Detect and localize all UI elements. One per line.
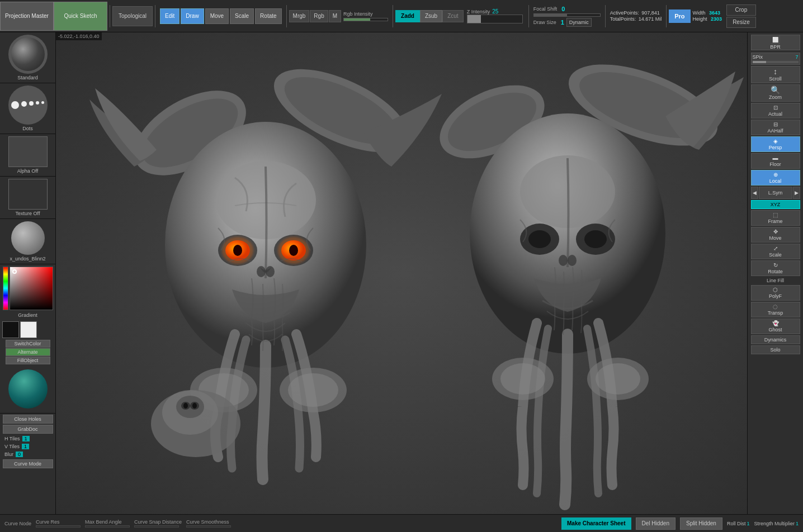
- xyz-button[interactable]: XYZ: [751, 200, 800, 209]
- curve-smooth-slider[interactable]: [186, 525, 231, 528]
- del-hidden-button[interactable]: Del Hidden: [636, 517, 676, 530]
- sidebar-item-dots[interactable]: Dots: [0, 83, 55, 134]
- move-button[interactable]: Move: [205, 8, 229, 24]
- make-character-sheet-button[interactable]: Make Character Sheet: [561, 517, 631, 530]
- zoom-button[interactable]: 🔍 Zoom: [751, 84, 800, 102]
- z-intensity-slider[interactable]: [467, 15, 523, 23]
- curve-mode-button[interactable]: Curve Mode: [3, 459, 53, 468]
- rgb-button[interactable]: Rgb: [310, 10, 328, 22]
- lsym-button[interactable]: L.Sym: [759, 187, 792, 199]
- zadd-button[interactable]: Zadd: [395, 10, 420, 22]
- frame-button[interactable]: ⬚ Frame: [751, 210, 800, 226]
- scroll-button[interactable]: ↕ Scroll: [751, 66, 800, 83]
- lsym-right-arrow[interactable]: ▶: [793, 187, 800, 199]
- focal-shift-slider[interactable]: [533, 13, 601, 17]
- bpr-button[interactable]: 🔲 BPR: [751, 35, 800, 50]
- switch-color-section[interactable]: [0, 320, 55, 339]
- strength-multiplier-group: Strength Multiplier 1: [754, 521, 799, 526]
- rgb-mrgb-group: Mrgb Rgb M: [289, 10, 342, 22]
- v-tiles-row: V Tiles 1: [0, 443, 55, 450]
- color-square[interactable]: [10, 267, 53, 310]
- standard-preview: [8, 35, 48, 74]
- floor-label: Floor: [769, 162, 781, 167]
- zcut-button[interactable]: Zcut: [442, 10, 463, 22]
- svg-point-36: [528, 230, 551, 248]
- material-label: x_undos_Blinn2: [10, 256, 45, 262]
- lsym-left-arrow[interactable]: ◀: [751, 187, 758, 199]
- transp-button[interactable]: ◌ Transp: [751, 302, 800, 317]
- split-hidden-button[interactable]: Split Hidden: [680, 517, 722, 530]
- zsub-button[interactable]: Zsub: [420, 10, 442, 22]
- blur-value[interactable]: 0: [16, 452, 23, 457]
- sidebar-item-texture[interactable]: Texture Off: [0, 177, 55, 219]
- curve-res-slider[interactable]: [36, 525, 81, 528]
- ghost-button[interactable]: 👻 Ghost: [751, 319, 800, 334]
- color-swatch-black: [2, 321, 19, 338]
- roll-dist-value: 1: [747, 521, 749, 526]
- rotate-icon: ↻: [773, 262, 778, 268]
- scale-right-button[interactable]: ⤢ Scale: [751, 244, 800, 259]
- ghost-label: Ghost: [768, 327, 782, 332]
- quick-sketch-button[interactable]: Quick Sketch: [54, 2, 107, 31]
- aahalf-icon: ⊟: [773, 121, 778, 127]
- aahalf-label: AAHalf: [767, 128, 783, 134]
- polyf-button[interactable]: ⬡ PolyF: [751, 285, 800, 301]
- sidebar-item-material[interactable]: x_undos_Blinn2: [0, 219, 55, 264]
- line-fill-label: Line Fill: [751, 277, 800, 284]
- draw-size-value: 1: [561, 19, 564, 26]
- total-points-label: TotalPoints:: [610, 16, 636, 22]
- bottom-bar: Curve Node Curve Res Max Bend Angle Curv…: [0, 514, 803, 532]
- dynamics-button[interactable]: Dynamics: [751, 335, 800, 344]
- max-bend-slider[interactable]: [85, 525, 130, 528]
- move-right-button[interactable]: ✥ Move: [751, 227, 800, 243]
- curve-node-label: Curve Node: [4, 521, 31, 526]
- edit-draw-group: Edit Draw Move Scale Rotate: [158, 8, 284, 24]
- actual-button[interactable]: ⊡ Actual: [751, 103, 800, 118]
- sidebar-item-sphere-large[interactable]: [0, 365, 55, 414]
- switch-color-button[interactable]: SwitchColor: [6, 340, 50, 348]
- topological-button[interactable]: Topological: [112, 6, 153, 26]
- rotate-button[interactable]: Rotate: [255, 8, 281, 24]
- pro-button[interactable]: Pro: [669, 10, 690, 23]
- h-tiles-value[interactable]: 1: [22, 436, 30, 441]
- roll-dist-group: Roll Dist 1: [727, 521, 750, 526]
- hue-slider[interactable]: [3, 267, 8, 310]
- transp-icon: ◌: [773, 303, 778, 310]
- close-holes-button[interactable]: Close Holes: [3, 415, 53, 424]
- top-toolbar: Projection Master Quick Sketch Topologic…: [0, 0, 803, 32]
- solo-button[interactable]: Solo: [751, 345, 800, 354]
- aahalf-button[interactable]: ⊟ AAHalf: [751, 120, 800, 135]
- height-label: Height: [693, 16, 707, 22]
- fill-object-button[interactable]: FillObject: [6, 357, 50, 364]
- alternate-button[interactable]: Alternate: [6, 348, 50, 356]
- floor-button[interactable]: ▬ Floor: [751, 153, 800, 169]
- h-tiles-row: H Tiles 1: [0, 435, 55, 443]
- curve-snap-slider[interactable]: [134, 525, 179, 528]
- scale-button[interactable]: Scale: [230, 8, 254, 24]
- sidebar-item-standard[interactable]: Standard: [0, 32, 55, 83]
- v-tiles-value[interactable]: 1: [22, 444, 29, 449]
- separator-7: [666, 5, 667, 27]
- spix-slider[interactable]: [753, 61, 799, 63]
- spix-button[interactable]: SPix 7: [751, 53, 800, 65]
- edit-button[interactable]: Edit: [160, 8, 180, 24]
- sculpture-svg: [56, 32, 747, 514]
- dynamic-button[interactable]: Dynamic: [566, 18, 592, 27]
- color-square-row: [3, 267, 53, 310]
- resize-button[interactable]: Resize: [726, 17, 756, 28]
- local-button[interactable]: ⊕ Local: [751, 170, 800, 186]
- move-label: Move: [769, 235, 781, 241]
- rgb-intensity-slider[interactable]: [343, 18, 388, 21]
- persp-button[interactable]: ◈ Persp: [751, 136, 800, 152]
- canvas-background[interactable]: [56, 32, 747, 514]
- svg-point-39: [568, 255, 577, 266]
- rotate-right-button[interactable]: ↻ Rotate: [751, 260, 800, 276]
- active-points-value: 907,841: [641, 10, 660, 16]
- projection-master-button[interactable]: Projection Master: [0, 2, 54, 31]
- m-button[interactable]: M: [329, 10, 341, 22]
- sidebar-item-alpha[interactable]: Alpha Off: [0, 134, 55, 177]
- grab-doc-button[interactable]: GrabDoc: [3, 425, 53, 434]
- crop-button[interactable]: Crop: [726, 4, 756, 16]
- mrgb-button[interactable]: Mrgb: [289, 10, 310, 22]
- draw-button[interactable]: Draw: [181, 8, 204, 24]
